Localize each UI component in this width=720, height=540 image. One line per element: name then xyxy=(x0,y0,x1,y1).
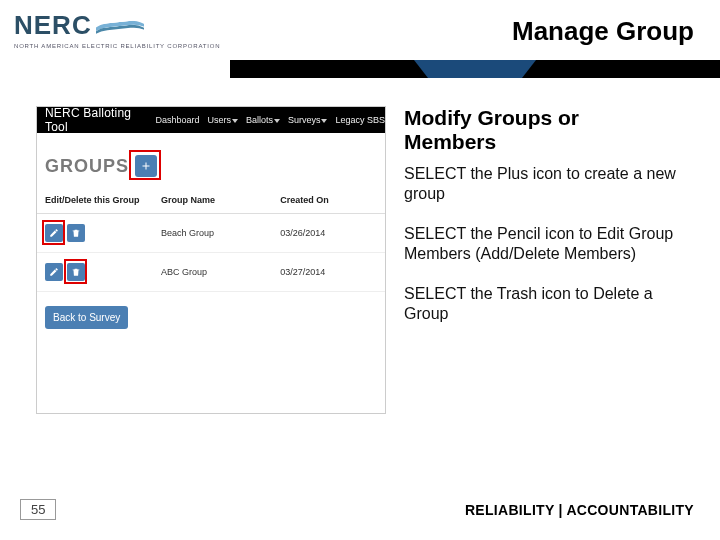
pencil-icon xyxy=(49,267,59,277)
logo: NERC NORTH AMERICAN ELECTRIC RELIABILITY… xyxy=(0,0,230,55)
title-area: Manage Group xyxy=(230,0,720,60)
table-row: Beach Group 03/26/2014 xyxy=(37,214,385,253)
page-title: Manage Group xyxy=(512,16,694,47)
col-edit: Edit/Delete this Group xyxy=(37,187,157,214)
cell-created: 03/27/2014 xyxy=(276,253,385,292)
chevron-down-icon xyxy=(321,119,327,123)
add-group-button[interactable] xyxy=(135,155,157,177)
highlight-box-pencil xyxy=(42,220,65,245)
screenshot-column: NERC Balloting Tool Dashboard Users Ball… xyxy=(0,106,394,414)
nav-ballots[interactable]: Ballots xyxy=(246,115,280,125)
logo-text: NERC xyxy=(14,10,216,41)
delete-group-button[interactable] xyxy=(67,224,85,242)
nav-legacy[interactable]: Legacy SBS xyxy=(335,115,385,125)
main-content: NERC Balloting Tool Dashboard Users Ball… xyxy=(0,106,720,414)
instruction-pencil: SELECT the Pencil icon to Edit Group Mem… xyxy=(404,224,676,264)
page-number: 55 xyxy=(20,499,56,520)
col-created: Created On xyxy=(276,187,385,214)
groups-header-row: GROUPS xyxy=(37,133,385,187)
slide-header: NERC NORTH AMERICAN ELECTRIC RELIABILITY… xyxy=(0,0,720,78)
table-row: ABC Group 03/27/2014 xyxy=(37,253,385,292)
instruction-plus: SELECT the Plus icon to create a new gro… xyxy=(404,164,676,204)
footer-tagline: RELIABILITY | ACCOUNTABILITY xyxy=(465,502,694,518)
groups-title: GROUPS xyxy=(45,156,129,177)
groups-table: Edit/Delete this Group Group Name Create… xyxy=(37,187,385,292)
title-tab-decor xyxy=(428,60,522,78)
logo-swoosh-icon xyxy=(96,16,144,34)
logo-box: NERC NORTH AMERICAN ELECTRIC RELIABILITY… xyxy=(0,0,230,78)
app-screenshot: NERC Balloting Tool Dashboard Users Ball… xyxy=(36,106,386,414)
action-cell xyxy=(45,224,153,242)
logo-main: NERC xyxy=(14,10,92,41)
cell-created: 03/26/2014 xyxy=(276,214,385,253)
col-name: Group Name xyxy=(157,187,276,214)
app-brand: NERC Balloting Tool xyxy=(37,106,155,134)
cell-name: ABC Group xyxy=(157,253,276,292)
highlight-box-trash xyxy=(64,259,87,284)
nav-users[interactable]: Users xyxy=(207,115,238,125)
action-cell xyxy=(45,263,153,281)
table-header-row: Edit/Delete this Group Group Name Create… xyxy=(37,187,385,214)
app-nav: Dashboard Users Ballots Surveys Legacy S… xyxy=(155,115,385,125)
back-to-survey-button[interactable]: Back to Survey xyxy=(45,306,128,329)
highlight-box-plus xyxy=(129,150,161,180)
nav-dashboard[interactable]: Dashboard xyxy=(155,115,199,125)
logo-subtext: NORTH AMERICAN ELECTRIC RELIABILITY CORP… xyxy=(14,43,216,49)
spacer xyxy=(37,343,385,413)
section-title: Modify Groups or Members xyxy=(404,106,676,154)
chevron-down-icon xyxy=(232,119,238,123)
instruction-column: Modify Groups or Members SELECT the Plus… xyxy=(394,106,694,414)
edit-group-button[interactable] xyxy=(45,263,63,281)
app-nav-bar: NERC Balloting Tool Dashboard Users Ball… xyxy=(37,107,385,133)
nav-surveys[interactable]: Surveys xyxy=(288,115,328,125)
instruction-trash: SELECT the Trash icon to Delete a Group xyxy=(404,284,676,324)
footer: 55 RELIABILITY | ACCOUNTABILITY xyxy=(0,499,720,520)
trash-icon xyxy=(71,228,81,238)
cell-name: Beach Group xyxy=(157,214,276,253)
chevron-down-icon xyxy=(274,119,280,123)
